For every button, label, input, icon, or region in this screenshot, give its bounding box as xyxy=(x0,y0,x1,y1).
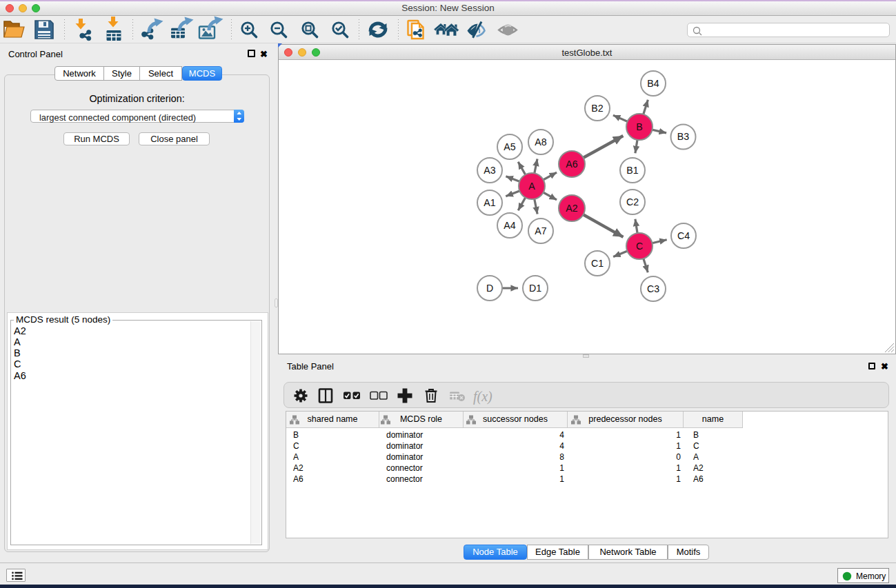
svg-text:A4: A4 xyxy=(504,220,515,231)
svg-text:A8: A8 xyxy=(535,136,546,148)
svg-text:A1: A1 xyxy=(484,197,495,208)
svg-text:B4: B4 xyxy=(647,78,659,89)
svg-text:C3: C3 xyxy=(647,283,659,294)
svg-text:B2: B2 xyxy=(591,103,603,114)
svg-text:A: A xyxy=(528,181,535,192)
svg-text:C: C xyxy=(636,241,643,252)
svg-text:A5: A5 xyxy=(504,141,515,152)
svg-text:D: D xyxy=(486,283,493,294)
svg-text:C4: C4 xyxy=(677,230,690,241)
svg-text:A3: A3 xyxy=(484,165,495,176)
svg-text:C1: C1 xyxy=(591,258,604,269)
svg-text:C2: C2 xyxy=(626,196,639,207)
svg-text:A6: A6 xyxy=(566,159,577,170)
svg-text:D1: D1 xyxy=(529,283,541,294)
svg-text:A7: A7 xyxy=(535,225,546,236)
svg-text:B3: B3 xyxy=(677,131,689,142)
svg-text:B1: B1 xyxy=(626,165,638,176)
svg-text:f(x): f(x) xyxy=(473,389,492,405)
svg-text:B: B xyxy=(636,121,642,132)
svg-text:A2: A2 xyxy=(566,203,577,214)
